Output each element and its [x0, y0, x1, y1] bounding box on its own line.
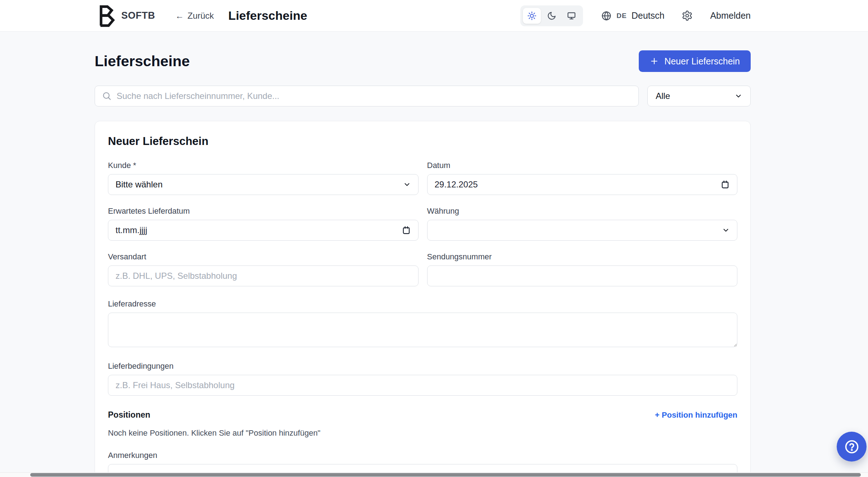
sendungsnummer-label: Sendungsnummer — [427, 252, 738, 262]
kunde-select[interactable]: Bitte wählen — [108, 174, 419, 195]
kunde-select-value: Bitte wählen — [116, 180, 163, 190]
sun-icon — [527, 11, 537, 21]
erwartetes-lieferdatum-label: Erwartetes Lieferdatum — [108, 206, 419, 216]
lieferbedingungen-input[interactable] — [108, 375, 737, 396]
field-versandart: Versandart — [108, 252, 419, 286]
back-label: Zurück — [187, 11, 214, 21]
versandart-label: Versandart — [108, 252, 419, 262]
language-switcher[interactable]: DE Deutsch — [601, 10, 664, 21]
theme-light-button[interactable] — [523, 8, 541, 24]
erwartetes-lieferdatum-date-input[interactable]: tt.mm.jjjj — [108, 220, 419, 241]
search-input[interactable] — [95, 86, 639, 106]
language-name: Deutsch — [632, 10, 665, 21]
app-root: SOFTB ← Zurück Lieferscheine — [0, 0, 868, 477]
main-content: Lieferscheine Neuer Lieferschein — [95, 50, 751, 477]
header-page-title: Lieferscheine — [228, 9, 307, 23]
theme-dark-button[interactable] — [543, 8, 561, 24]
search-icon — [102, 91, 112, 101]
add-position-link[interactable]: + Position hinzufügen — [655, 410, 737, 420]
brand-name: SOFTB — [121, 10, 155, 21]
status-filter-value: Alle — [656, 91, 670, 101]
waehrung-select[interactable] — [427, 220, 738, 241]
lieferbedingungen-label: Lieferbedingungen — [108, 362, 737, 371]
theme-toggle-group — [520, 5, 583, 26]
erwartetes-lieferdatum-value: tt.mm.jjjj — [116, 225, 147, 235]
field-sendungsnummer: Sendungsnummer — [427, 252, 738, 286]
arrow-left-icon: ← — [175, 11, 184, 21]
field-erwartetes-lieferdatum: Erwartetes Lieferdatum tt.mm.jjjj — [108, 206, 419, 241]
kunde-label: Kunde * — [108, 161, 419, 170]
logout-button[interactable]: Abmelden — [710, 10, 751, 21]
field-kunde: Kunde * Bitte wählen — [108, 161, 419, 195]
moon-icon — [547, 11, 556, 21]
chevron-down-icon — [734, 92, 742, 100]
field-datum: Datum 29.12.2025 — [427, 161, 738, 195]
settings-button[interactable] — [682, 10, 693, 21]
new-delivery-note-label: Neuer Lieferschein — [664, 56, 740, 67]
globe-icon — [601, 10, 612, 21]
theme-system-button[interactable] — [562, 8, 580, 24]
anmerkungen-label: Anmerkungen — [108, 451, 737, 460]
help-button[interactable] — [837, 432, 867, 462]
form-title: Neuer Lieferschein — [108, 135, 737, 148]
datum-date-input[interactable]: 29.12.2025 — [427, 174, 738, 195]
versandart-input[interactable] — [108, 265, 419, 286]
back-link[interactable]: ← Zurück — [175, 11, 214, 21]
new-delivery-note-button[interactable]: Neuer Lieferschein — [639, 50, 751, 72]
sendungsnummer-input[interactable] — [427, 265, 738, 286]
page-title: Lieferscheine — [95, 53, 190, 70]
horizontal-scrollbar-track[interactable] — [0, 472, 868, 477]
field-waehrung: Währung — [427, 206, 738, 241]
field-lieferadresse: Lieferadresse — [108, 299, 737, 349]
chevron-down-icon — [403, 181, 411, 188]
lieferadresse-label: Lieferadresse — [108, 299, 737, 309]
datum-label: Datum — [427, 161, 738, 170]
gear-icon — [682, 10, 693, 21]
monitor-icon — [567, 11, 576, 21]
calendar-icon — [402, 226, 411, 235]
new-delivery-note-form-card: Neuer Lieferschein Kunde * Bitte wählen … — [95, 121, 751, 477]
datum-value: 29.12.2025 — [435, 180, 478, 190]
status-filter-select[interactable]: Alle — [647, 86, 751, 106]
waehrung-label: Währung — [427, 206, 738, 216]
language-code: DE — [616, 12, 627, 20]
brand-logo-link[interactable]: SOFTB — [95, 4, 155, 27]
positionen-label: Positionen — [108, 410, 150, 420]
field-lieferbedingungen: Lieferbedingungen — [108, 362, 737, 396]
positionen-empty-text: Noch keine Positionen. Klicken Sie auf "… — [108, 428, 737, 438]
calendar-icon — [720, 180, 730, 189]
chevron-down-icon — [722, 226, 730, 234]
lieferadresse-textarea[interactable] — [108, 313, 737, 347]
help-circle-icon — [844, 439, 860, 455]
softb-logo-icon — [95, 4, 116, 27]
plus-icon — [650, 56, 659, 66]
horizontal-scrollbar-thumb[interactable] — [30, 473, 861, 477]
top-navigation-bar: SOFTB ← Zurück Lieferscheine — [0, 0, 868, 32]
